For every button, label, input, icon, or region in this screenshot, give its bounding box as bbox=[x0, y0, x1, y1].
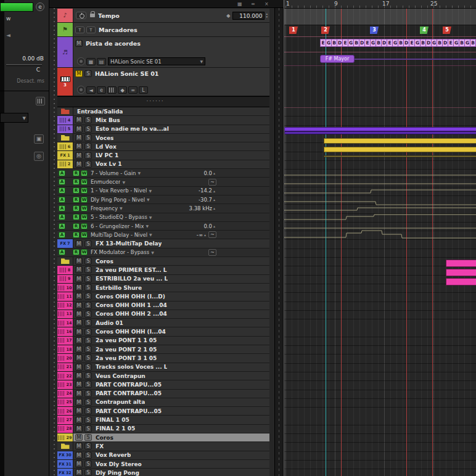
audio-track-row[interactable]: 18MS2a veu PONT 2 1 05 bbox=[57, 345, 269, 354]
curve-icon[interactable]: ~ bbox=[208, 249, 216, 256]
chevron-down-icon[interactable]: ▼ bbox=[151, 250, 154, 255]
solo-button[interactable]: S bbox=[84, 469, 92, 476]
tracklist-divider[interactable]: ······ bbox=[57, 96, 269, 107]
group-track-row[interactable]: 29MSCoros bbox=[57, 433, 269, 442]
mute-button[interactable]: M bbox=[75, 284, 83, 291]
automation-r-button[interactable]: R bbox=[73, 205, 80, 211]
solo-button[interactable]: S bbox=[84, 240, 92, 247]
solo-button[interactable]: S bbox=[84, 443, 92, 449]
mute-button[interactable]: M bbox=[75, 276, 83, 282]
track-delay-value[interactable]: Desact. ms bbox=[17, 78, 44, 84]
mute-button[interactable]: M bbox=[75, 258, 83, 265]
automation-read-button[interactable]: A bbox=[59, 197, 65, 203]
solo-button[interactable]: S bbox=[84, 284, 92, 291]
audio-track-row[interactable]: 14MSAudio 01 bbox=[57, 319, 269, 327]
automation-w-button[interactable]: W bbox=[81, 170, 88, 176]
mute-button[interactable]: M bbox=[75, 126, 83, 133]
chevron-down-icon[interactable]: ▼ bbox=[149, 215, 152, 220]
timeline-ruler[interactable]: 191725 bbox=[284, 0, 476, 9]
latency-button[interactable]: L bbox=[139, 86, 148, 94]
automation-track-row[interactable]: ARWFrequency▼3.38 kHz▴ bbox=[57, 204, 269, 213]
stepper-up-icon[interactable]: ▴ bbox=[213, 171, 215, 175]
tempo-track-active-button[interactable] bbox=[76, 12, 86, 19]
automation-curve[interactable] bbox=[284, 231, 476, 238]
automation-value[interactable]: -∞ bbox=[197, 232, 203, 238]
inspector-dropdown[interactable]: ▼ bbox=[0, 113, 28, 123]
mute-button[interactable]: M bbox=[75, 152, 83, 159]
marker-add-button[interactable]: T bbox=[75, 27, 84, 33]
chevron-down-icon[interactable]: ▼ bbox=[120, 206, 123, 210]
automation-parameter-label[interactable]: Dly Ping Pong - Nivel bbox=[91, 197, 145, 203]
audio-track-row[interactable]: 12MSCoros OHH OHH 1 ...04 bbox=[57, 302, 269, 310]
edit-channel-icon[interactable]: e bbox=[97, 86, 106, 94]
mute-button[interactable]: M bbox=[75, 293, 83, 300]
monitor-icon[interactable]: ◄ bbox=[86, 86, 96, 94]
automation-read-button[interactable]: A bbox=[59, 170, 65, 176]
automation-value[interactable]: -30.7 bbox=[199, 197, 212, 203]
automation-curve[interactable] bbox=[284, 215, 476, 220]
marker-cycle-button[interactable]: T bbox=[86, 27, 96, 33]
mute-button[interactable]: M bbox=[75, 452, 83, 459]
fx-track-row[interactable]: FX7MSFX 13-MultiTap Delay bbox=[57, 239, 269, 248]
mute-button[interactable]: M bbox=[75, 134, 83, 141]
audio-track-row[interactable]: 2MSVox Lv 1 bbox=[57, 160, 269, 169]
solo-button[interactable]: S bbox=[84, 408, 92, 414]
automation-r-button[interactable]: R bbox=[73, 179, 80, 185]
stepper-up-icon[interactable]: ▴ bbox=[213, 206, 215, 210]
solo-button[interactable]: S bbox=[84, 329, 92, 335]
mixer-icon[interactable] bbox=[36, 97, 45, 105]
layers-icon[interactable]: ▤ bbox=[97, 58, 106, 65]
automation-parameter-label[interactable]: Enmudecer bbox=[91, 179, 120, 185]
automation-w-button[interactable]: W bbox=[81, 187, 88, 194]
automation-track-row[interactable]: ARWFX Modulator - Bypass▼~ bbox=[57, 248, 269, 257]
automation-read-button[interactable]: A bbox=[59, 205, 65, 211]
chevron-down-icon[interactable]: ▼ bbox=[138, 171, 141, 175]
automation-curve[interactable] bbox=[284, 202, 476, 205]
mute-button[interactable]: M bbox=[75, 425, 83, 432]
mute-button[interactable]: M bbox=[75, 399, 83, 406]
mute-button[interactable]: M bbox=[75, 461, 83, 467]
automation-read-button[interactable]: A bbox=[59, 214, 65, 220]
tempo-stepper[interactable]: ▴ ▾ bbox=[266, 12, 268, 18]
automation-curve[interactable] bbox=[284, 208, 476, 210]
automation-parameter-label[interactable]: Frequency bbox=[91, 205, 118, 211]
automation-parameter-label[interactable]: 5 - StudioEQ - Bypass bbox=[91, 214, 147, 220]
mute-button[interactable]: M bbox=[75, 143, 83, 150]
close-icon[interactable]: × bbox=[265, 1, 269, 7]
solo-button[interactable]: S bbox=[84, 152, 92, 159]
automation-w-button[interactable]: W bbox=[81, 249, 88, 255]
solo-button[interactable]: S bbox=[84, 293, 92, 300]
automation-w-button[interactable]: W bbox=[81, 232, 88, 238]
automation-r-button[interactable]: R bbox=[73, 232, 80, 238]
mute-button[interactable]: M bbox=[75, 390, 83, 397]
audio-track-row[interactable]: 28MSFINAL 2 1 05 bbox=[57, 425, 269, 433]
record-icon[interactable] bbox=[77, 57, 85, 65]
chevron-down-icon[interactable]: ▼ bbox=[147, 197, 150, 202]
audio-track-row[interactable]: 27MSFINAL 1 05 bbox=[57, 416, 269, 424]
instrument-track-header[interactable]: 3 M S HALion Sonic SE 01 ◄ e ◆ ≡ L bbox=[57, 68, 269, 96]
automation-r-button[interactable]: R bbox=[73, 214, 80, 220]
solo-button[interactable]: S bbox=[84, 434, 92, 441]
solo-button[interactable]: S bbox=[84, 311, 92, 318]
automation-curve[interactable] bbox=[284, 190, 476, 193]
solo-button[interactable]: S bbox=[84, 126, 92, 133]
mute-button[interactable]: M bbox=[75, 117, 83, 123]
automation-track-row[interactable]: ARW7 - Volume - Gain▼0.0▴ bbox=[57, 169, 269, 178]
solo-button[interactable]: S bbox=[84, 266, 92, 273]
audio-track-row[interactable]: 9MSESTRIBILLO 2a veu ... L bbox=[57, 275, 269, 284]
scale-event[interactable]: F# Mayor bbox=[320, 55, 355, 63]
automation-r-button[interactable]: R bbox=[73, 187, 80, 194]
chevron-down-icon[interactable]: ▼ bbox=[149, 232, 152, 237]
pan-slider[interactable] bbox=[6, 64, 42, 66]
solo-button[interactable]: S bbox=[84, 372, 92, 379]
instrument-solo-button[interactable]: S bbox=[84, 70, 92, 77]
fx-track-row[interactable]: FX30MSVox Reverb bbox=[57, 451, 269, 460]
lock-icon[interactable] bbox=[90, 14, 95, 17]
automation-w-button[interactable]: W bbox=[81, 214, 88, 220]
mute-button[interactable]: M bbox=[75, 329, 83, 335]
automation-track-row[interactable]: ARWMultiTap Delay - Nivel▼-∞▴~ bbox=[57, 231, 269, 239]
automation-read-button[interactable]: A bbox=[59, 232, 65, 238]
automation-r-button[interactable]: R bbox=[73, 249, 80, 255]
grid-toggle-button[interactable]: ▣ bbox=[34, 134, 44, 144]
mute-button[interactable]: M bbox=[75, 372, 83, 379]
